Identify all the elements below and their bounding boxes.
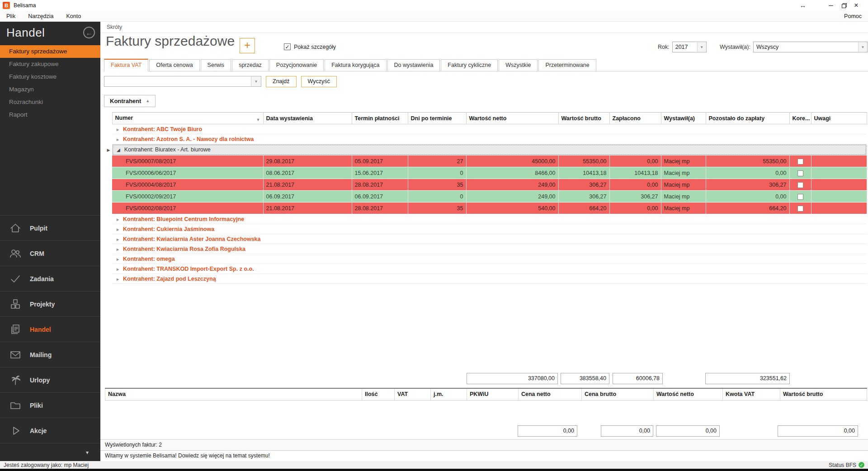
module-pulpit[interactable]: Pulpit <box>0 215 100 240</box>
col-data-wystawienia[interactable]: Data wystawienia <box>263 113 352 124</box>
module-zadania[interactable]: Zadania <box>0 266 100 291</box>
tab-oferta-cenowa[interactable]: Oferta cenowa <box>149 59 199 71</box>
chevron-right-icon[interactable]: ▸ <box>117 127 119 132</box>
menu-pomoc[interactable]: Pomoc <box>838 13 868 19</box>
find-button[interactable]: Znajdź <box>266 76 297 87</box>
tab-faktury-cykliczne[interactable]: Faktury cykliczne <box>441 59 498 71</box>
restore-icon[interactable] <box>837 1 850 10</box>
sidebar-item-faktury-sprzedazowe[interactable]: Faktury sprzedażowe <box>0 45 100 58</box>
sidebar-item-magazyn[interactable]: Magazyn <box>0 83 100 96</box>
group-by-kontrahent-button[interactable]: Kontrahent ▲ <box>104 95 156 107</box>
module-akcje[interactable]: Akcje <box>0 418 100 443</box>
chevron-right-icon[interactable]: ▸ <box>117 227 119 232</box>
group-row[interactable]: ▸Kontrahent: Zajazd pod Leszczyną <box>105 274 867 284</box>
col-vat[interactable]: VAT <box>395 388 431 400</box>
col-wartosc-netto[interactable]: Wartość netto <box>466 113 558 124</box>
chevron-right-icon[interactable]: ▸ <box>117 267 119 272</box>
sidebar-item-faktury-zakupowe[interactable]: Faktury zakupowe <box>0 58 100 71</box>
tab-do-wystawienia[interactable]: Do wystawienia <box>387 59 440 71</box>
col-wartosc-brutto[interactable]: Wartość brutto <box>558 113 609 124</box>
year-select[interactable]: 2017 ▼ <box>672 42 707 52</box>
col-zaplacono[interactable]: Zapłacono <box>609 113 661 124</box>
tab-przeterminowane[interactable]: Przeterminowane <box>538 59 596 71</box>
sidebar-item-raport[interactable]: Raport <box>0 108 100 121</box>
correction-checkbox[interactable] <box>797 206 803 212</box>
col-wartosc-brutto[interactable]: Wartość brutto <box>780 388 867 400</box>
col-kwota-vat[interactable]: Kwota VAT <box>723 388 780 400</box>
group-row[interactable]: ▸Kontrahent: Azotron S. A. - Nawozy dla … <box>105 134 867 144</box>
col-termin-platnosci[interactable]: Termin płatności <box>352 113 408 124</box>
module-pliki[interactable]: Pliki <box>0 392 100 418</box>
invoice-row[interactable]: FVS/00002/09/2017 06.09.2017 06.09.2017 … <box>105 191 867 203</box>
menu-konto[interactable]: Konto <box>60 13 87 19</box>
tab-wszystkie[interactable]: Wszystkie <box>499 59 538 71</box>
module-mailing[interactable]: Mailing <box>0 342 100 367</box>
chevron-right-icon[interactable]: ▸ <box>117 277 119 282</box>
group-row[interactable]: ▸Kontrahent: Bluepoint Centrum Informacy… <box>105 214 867 224</box>
col-cena-brutto[interactable]: Cena brutto <box>582 388 654 400</box>
invoice-number[interactable]: FVS/00007/08/2017 <box>112 155 263 167</box>
chevron-expanded-icon[interactable]: ◢ <box>117 147 120 152</box>
resize-arrows-icon[interactable]: ↔ <box>797 1 809 10</box>
col-pkwiu[interactable]: PKWiU <box>467 388 519 400</box>
chevron-right-icon[interactable]: ▸ <box>117 257 119 262</box>
dropdown-arrow-icon[interactable]: ▼ <box>251 76 261 86</box>
invoice-row[interactable]: FVS/00004/08/2017 21.08.2017 28.08.2017 … <box>105 179 867 191</box>
search-combo[interactable]: ▼ <box>104 76 261 87</box>
show-details-checkbox[interactable]: ✓ Pokaż szczegóły <box>284 43 336 50</box>
dropdown-arrow-icon[interactable]: ▼ <box>697 42 706 52</box>
module-projekty[interactable]: Projekty <box>0 291 100 316</box>
col-cena-netto[interactable]: Cena netto <box>519 388 582 400</box>
minimize-icon[interactable] <box>825 1 837 10</box>
menu-narzedzia[interactable]: Narzędzia <box>22 13 60 19</box>
sidebar-item-rozrachunki[interactable]: Rozrachunki <box>0 96 100 108</box>
add-invoice-button[interactable]: + <box>240 38 255 53</box>
tab-faktura-korygujaca[interactable]: Faktura korygująca <box>325 59 386 71</box>
shortcuts-bar[interactable]: Skróty <box>100 22 868 33</box>
group-row[interactable]: ▸Kontrahent: ABC Twoje Biuro <box>105 124 867 134</box>
module-crm[interactable]: CRM <box>0 240 100 266</box>
group-row[interactable]: ▸Kontrahent: omega <box>105 254 867 264</box>
col-korekta[interactable]: Kore... <box>789 113 811 124</box>
chevron-right-icon[interactable]: ▸ <box>117 137 119 142</box>
module-handel[interactable]: Handel <box>0 316 100 342</box>
chevron-right-icon[interactable]: ▸ <box>117 217 119 222</box>
invoice-number[interactable]: FVS/00002/09/2017 <box>112 191 263 203</box>
issuer-select[interactable]: Wszyscy ▼ <box>753 42 868 52</box>
close-icon[interactable]: × <box>850 1 863 10</box>
selected-group-row[interactable]: ▶ ◢Kontrahent: Biuratex - Art. biurowe <box>105 144 867 155</box>
correction-checkbox[interactable] <box>797 194 803 200</box>
correction-checkbox[interactable] <box>797 182 803 188</box>
sidebar-item-faktury-kosztowe[interactable]: Faktury kosztowe <box>0 71 100 83</box>
col-ilosc[interactable]: Ilość <box>362 388 395 400</box>
col-pozostalo[interactable]: Pozostało do zapłaty <box>706 113 789 124</box>
col-nazwa[interactable]: Nazwa <box>105 388 362 400</box>
col-wartosc-netto[interactable]: Wartość netto <box>654 388 723 400</box>
chevron-right-icon[interactable]: ▸ <box>117 247 119 252</box>
col-jm[interactable]: j.m. <box>431 388 467 400</box>
invoice-row[interactable]: FVS/00006/06/2017 08.06.2017 15.06.2017 … <box>105 167 867 179</box>
col-wystawil[interactable]: Wystawił(a) <box>661 113 706 124</box>
invoice-number[interactable]: FVS/00002/08/2017 <box>112 203 263 214</box>
tab-sprzedaz[interactable]: sprzedaz <box>232 59 269 71</box>
chevron-right-icon[interactable]: ▸ <box>117 237 119 242</box>
tab-faktura-vat[interactable]: Faktura VAT <box>104 59 148 71</box>
group-row[interactable]: ▸Kontrahent: Kwiaciarnia Rosa Zofia Rogu… <box>105 244 867 254</box>
checkbox-checked-icon[interactable]: ✓ <box>284 43 291 50</box>
col-numer[interactable]: Numer▼ <box>112 113 263 124</box>
group-row[interactable]: ▸Kontrahent: TRANSKOD Import-Export Sp. … <box>105 264 867 274</box>
tab-serwis[interactable]: Serwis <box>201 59 231 71</box>
correction-checkbox[interactable] <box>797 159 803 165</box>
invoice-row[interactable]: FVS/00002/08/2017 21.08.2017 28.08.2017 … <box>105 203 867 214</box>
dropdown-arrow-icon[interactable]: ▼ <box>858 42 867 52</box>
col-dni-po-terminie[interactable]: Dni po terminie <box>408 113 466 124</box>
back-arrow-icon[interactable]: ← <box>83 27 95 38</box>
invoice-number[interactable]: FVS/00006/06/2017 <box>112 167 263 179</box>
filter-arrow-icon[interactable]: ▼ <box>256 118 260 122</box>
group-row[interactable]: ▸Kontrahent: Cukiernia Jaśminowa <box>105 224 867 234</box>
sidebar-collapse-row[interactable]: ▾ <box>0 443 100 461</box>
tab-pozycjonowanie[interactable]: Pozycjonowanie <box>269 59 324 71</box>
invoice-row[interactable]: FVS/00007/08/2017 29.08.2017 05.09.2017 … <box>105 155 867 167</box>
menu-plik[interactable]: Plik <box>0 13 22 19</box>
col-uwagi[interactable]: Uwagi <box>811 113 867 124</box>
